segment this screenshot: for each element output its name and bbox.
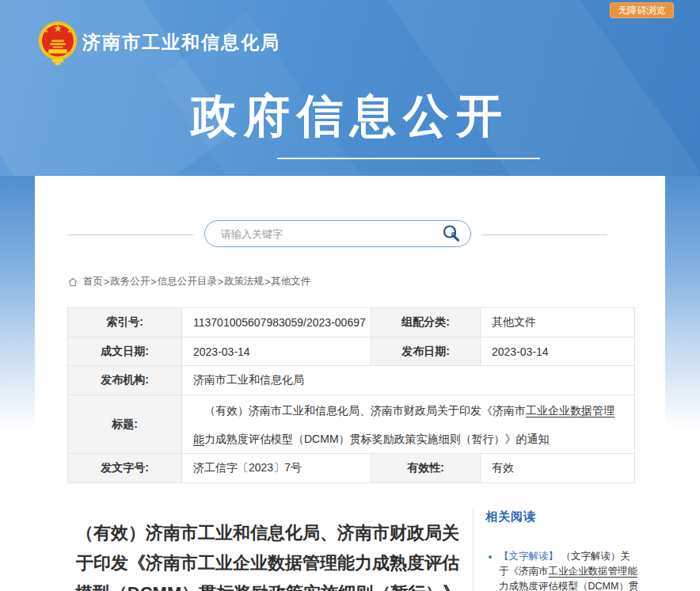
breadcrumb-catalog[interactable]: 信息公开目录 bbox=[158, 275, 217, 288]
index-value: 113701005607983059/2023-00697 bbox=[182, 308, 371, 337]
related-heading: 相关阅读 bbox=[485, 509, 644, 524]
category-value: 其他文件 bbox=[481, 308, 635, 337]
related-item-link[interactable]: 【文字解读】 （文字解读）关于《济南市工业企业数据管理能力成熟度评估模型（DCM… bbox=[485, 549, 640, 591]
document-meta-table: 索引号: 113701005607983059/2023-00697 组配分类:… bbox=[67, 307, 635, 483]
bullet-icon bbox=[489, 555, 492, 559]
agency-name: 济南市工业和信息化局 bbox=[82, 30, 280, 55]
validity-value: 有效 bbox=[481, 454, 635, 483]
table-row: 成文日期: 2023-03-14 发布日期: 2023-03-14 bbox=[68, 337, 635, 366]
banner-title: 政府信息公开 bbox=[0, 87, 700, 144]
table-row: 发文字号: 济工信字〔2023〕7号 有效性: 有效 bbox=[68, 454, 635, 483]
related-item-tag: 【文字解读】 bbox=[499, 551, 558, 562]
breadcrumb-zhengwu[interactable]: 政务公开 bbox=[110, 275, 150, 288]
table-row: 发布机构: 济南市工业和信息化局 bbox=[68, 366, 635, 395]
title-label: 标题: bbox=[68, 395, 182, 454]
doc-number-value: 济工信字〔2023〕7号 bbox=[182, 454, 371, 483]
breadcrumb-home[interactable]: 首页 bbox=[83, 275, 103, 288]
category-label: 组配分类: bbox=[371, 308, 481, 337]
related-sidebar: 相关阅读 【文字解读】 （文字解读）关于《济南市工业企业数据管理能力成熟度评估模… bbox=[485, 509, 644, 591]
publisher-value: 济南市工业和信息化局 bbox=[182, 366, 635, 395]
publish-date-value: 2023-03-14 bbox=[481, 337, 635, 366]
written-date-value: 2023-03-14 bbox=[182, 337, 371, 366]
divider-line bbox=[67, 234, 193, 235]
breadcrumb-other-docs[interactable]: 其他文件 bbox=[271, 275, 310, 288]
index-label: 索引号: bbox=[68, 308, 182, 337]
title-value: （有效）济南市工业和信息化局、济南市财政局关于印发《济南市工业企业数据管理能力成… bbox=[182, 395, 635, 454]
keyword-highlight: 工业企业数据管理能 bbox=[549, 566, 638, 577]
accessibility-button[interactable]: 无障碍浏览 bbox=[610, 2, 674, 18]
table-row: 索引号: 113701005607983059/2023-00697 组配分类:… bbox=[68, 308, 635, 337]
breadcrumb: 首页 > 政务公开 > 信息公开目录 > 政策法规 > 其他文件 bbox=[67, 275, 310, 288]
national-emblem-icon bbox=[36, 19, 79, 68]
page: 无障碍浏览 济南市工业和信息化局 bbox=[0, 0, 700, 591]
banner-underline bbox=[277, 158, 540, 159]
search-icon bbox=[442, 224, 461, 243]
content-card: 首页 > 政务公开 > 信息公开目录 > 政策法规 > 其他文件 索引号: 11… bbox=[35, 176, 665, 591]
search-input[interactable] bbox=[205, 228, 442, 240]
home-icon[interactable] bbox=[67, 276, 78, 288]
written-date-label: 成文日期: bbox=[68, 337, 182, 366]
breadcrumb-policies[interactable]: 政策法规 bbox=[224, 275, 264, 288]
divider-line bbox=[481, 234, 607, 235]
table-row: 标题: （有效）济南市工业和信息化局、济南市财政局关于印发《济南市工业企业数据管… bbox=[68, 395, 635, 454]
site-header: 无障碍浏览 济南市工业和信息化局 bbox=[0, 0, 700, 176]
article-title: （有效）济南市工业和信息化局、济南市财政局关于印发《济南市工业企业数据管理能力成… bbox=[70, 518, 466, 591]
publish-date-label: 发布日期: bbox=[371, 337, 481, 366]
publisher-label: 发布机构: bbox=[68, 366, 182, 395]
content-sidebar-divider bbox=[473, 507, 474, 591]
search-box bbox=[204, 220, 471, 247]
doc-number-label: 发文字号: bbox=[68, 454, 182, 483]
search-button[interactable] bbox=[442, 224, 470, 243]
validity-label: 有效性: bbox=[371, 454, 481, 483]
